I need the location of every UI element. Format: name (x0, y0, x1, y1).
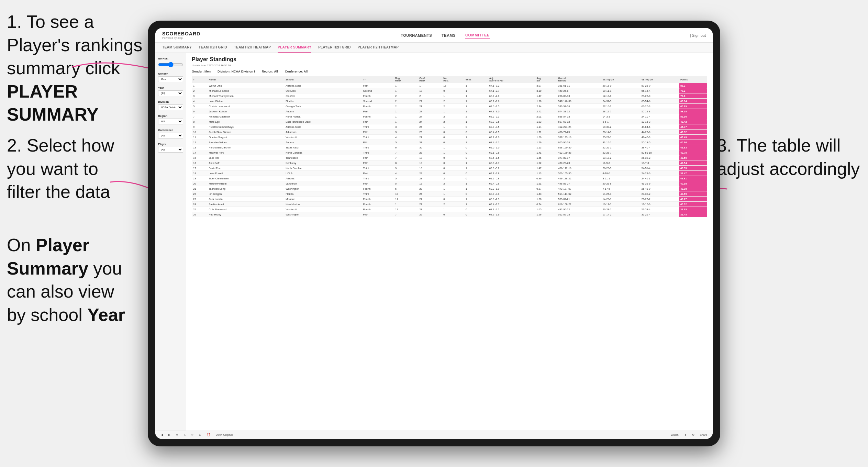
col-avg-sg: AvgSG (535, 76, 557, 83)
view-original[interactable]: View: Original (214, 433, 234, 437)
table-cell: 19 (418, 181, 442, 186)
table-cell: 440-26-6 (557, 88, 601, 93)
table-cell: 69.1 -0.5 (488, 150, 535, 155)
player-select[interactable]: (All) (158, 147, 183, 153)
app-logo: SCOREBOARD Powered by dippi (162, 31, 200, 40)
table-cell: 21 (418, 104, 442, 109)
table-filter-row: Gender: Men Division: NCAA Division I Re… (192, 70, 707, 73)
table-cell: 628-150-30 (557, 145, 601, 150)
table-cell: 69.0 -1.0 (488, 145, 535, 150)
table-cell: 68.3 -2.5 (488, 119, 535, 124)
instruction-right-text: 3. The table will adjust accordingly (717, 135, 860, 179)
subnav-team-summary[interactable]: TEAM SUMMARY (162, 43, 192, 53)
table-cell: 381-61-11 (557, 83, 601, 88)
table-cell: 16 (192, 160, 208, 166)
subnav-player-h2h-grid[interactable]: PLAYER H2H GRID (318, 43, 351, 53)
table-cell: 68.6 -1.6 (488, 212, 535, 217)
table-cell: East Tennessee State (284, 119, 362, 124)
share-btn[interactable]: Share (699, 433, 709, 437)
table-cell: 5 (394, 181, 418, 186)
nav-tournaments[interactable]: TOURNAMENTS (401, 32, 432, 39)
table-cell: David Ford (208, 166, 285, 171)
table-cell: 47-40-3 (640, 135, 679, 140)
user-signout[interactable]: | Sign out (690, 33, 706, 37)
toolbar-settings[interactable]: ⚙ (691, 433, 696, 437)
table-cell: 1 (464, 166, 488, 171)
year-select[interactable]: (All) (158, 90, 183, 96)
table-cell: 533-57-18 (557, 104, 601, 109)
table-cell: Arizona (284, 176, 362, 181)
table-cell: 88.2 (679, 83, 707, 88)
table-cell: 68.3 -1.2 (488, 207, 535, 212)
table-cell: Fourth (362, 186, 394, 191)
table-cell: 19-11-1 (601, 88, 640, 93)
table-cell: 18 (192, 171, 208, 176)
toolbar-back[interactable]: ◀ (159, 433, 164, 437)
table-cell: 46.92 (679, 130, 707, 135)
gender-select[interactable]: Men (158, 76, 183, 82)
table-row: 6Jackson KoivunAuburnFirst1271167.3 -3.0… (192, 109, 707, 114)
toolbar-home[interactable]: ⌂ (182, 433, 187, 437)
table-cell: 27 (418, 202, 442, 207)
table-cell: 23 (418, 207, 442, 212)
division-select[interactable]: NCAA Division I (158, 104, 183, 110)
table-cell: Tiger Christensen (208, 176, 285, 181)
table-cell: 0 (442, 130, 464, 135)
table-cell: 1.56 (535, 212, 557, 217)
table-cell: 0 (442, 160, 464, 166)
nav-teams[interactable]: TEAMS (442, 32, 456, 39)
sub-nav: TEAM SUMMARY TEAM H2H GRID TEAM H2H HEAT… (155, 43, 713, 53)
table-row: 14Maxwell FordNorth CarolinaThird7231069… (192, 150, 707, 155)
toolbar-forward[interactable]: ▶ (167, 433, 172, 437)
subnav-team-h2h-grid[interactable]: TEAM H2H GRID (199, 43, 227, 53)
filter-sidebar: No Rds. Gender Men Year (All) Divisio (155, 53, 186, 431)
subnav-team-h2h-heatmap[interactable]: TEAM H2H HEATMAP (234, 43, 271, 53)
filter-division-label: Division: NCAA Division I (218, 70, 255, 73)
table-cell: 24 (418, 171, 442, 176)
table-cell: Second (362, 99, 394, 104)
conference-select[interactable]: (All) (158, 133, 183, 138)
gender-label: Gender (158, 72, 183, 75)
toolbar-reload[interactable]: ↺ (175, 433, 180, 437)
table-cell: 1 (442, 150, 464, 155)
table-row: 16Alex GoffKentuckyFifth8190168.3 -1.71.… (192, 160, 707, 166)
table-cell: Washington (284, 212, 362, 217)
table-cell: 1.98 (535, 99, 557, 104)
table-cell: 39.95 (679, 207, 707, 212)
table-cell: 1.47 (535, 166, 557, 171)
toolbar-download[interactable]: ⬇ (683, 433, 688, 437)
table-cell: 674-33-12 (557, 109, 601, 114)
table-cell: 448-85-27 (557, 181, 601, 186)
table-cell: 16 (418, 166, 442, 171)
table-cell: 46.77 (679, 124, 707, 130)
table-cell: 68.7 -0.8 (488, 191, 535, 197)
no-rds-slider[interactable] (158, 62, 183, 67)
table-cell: 26-27-2 (640, 197, 679, 202)
subnav-player-h2h-heatmap[interactable]: PLAYER H2H HEATMAP (358, 43, 399, 53)
toolbar-clock[interactable]: ⏰ (205, 433, 212, 437)
table-cell: 1.65 (535, 207, 557, 212)
region-select[interactable]: N/A (158, 119, 183, 124)
watch-btn[interactable]: Watch (669, 433, 680, 437)
subnav-player-summary[interactable]: PLAYER SUMMARY (278, 43, 311, 53)
table-cell: 12-16-3 (640, 119, 679, 124)
table-cell: 69.2 -0.8 (488, 176, 535, 181)
col-adj-score: Adj.Score to Par (488, 76, 535, 83)
table-cell: Auburn (284, 140, 362, 145)
table-cell: 0 (464, 176, 488, 181)
table-cell: 39.45 (679, 212, 707, 217)
table-cell: 10 (394, 191, 418, 197)
table-cell: Matthew Riedel (208, 181, 285, 186)
nav-committee[interactable]: COMMITTEE (465, 32, 490, 39)
table-cell: 1 (464, 119, 488, 124)
tablet-screen: SCOREBOARD Powered by dippi TOURNAMENTS … (155, 28, 713, 439)
table-cell: Jackson Koivun (208, 109, 285, 114)
toolbar-copy[interactable]: ⊞ (198, 433, 203, 437)
table-row: 13Phichaksn MaichonTexas A&MThird6301069… (192, 145, 707, 150)
table-cell: 40.35 (679, 166, 707, 171)
table-cell: 26-32-2 (640, 155, 679, 160)
table-cell: 1 (464, 186, 488, 191)
table-row: 22Ian GilliganFloridaThird10241068.7 -0.… (192, 191, 707, 197)
table-cell: 9 (394, 166, 418, 171)
toolbar-bookmark[interactable]: ☆ (190, 433, 195, 437)
